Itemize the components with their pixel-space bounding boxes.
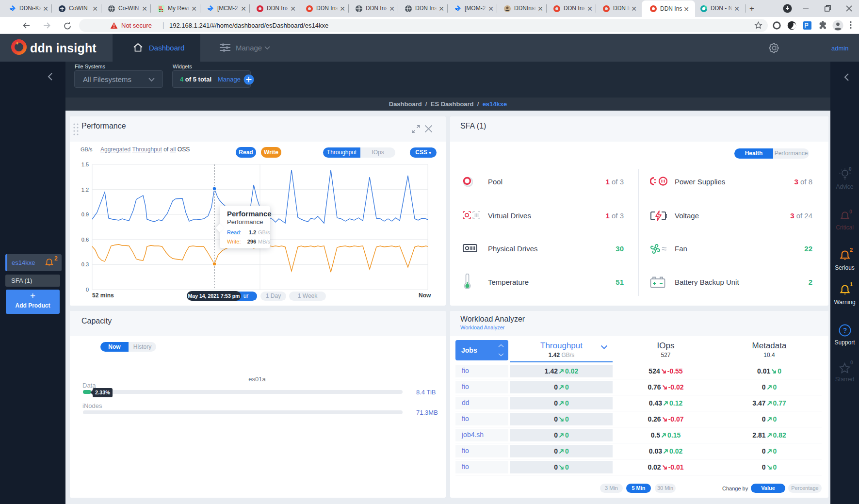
svg-text:?: ? [843, 326, 847, 334]
